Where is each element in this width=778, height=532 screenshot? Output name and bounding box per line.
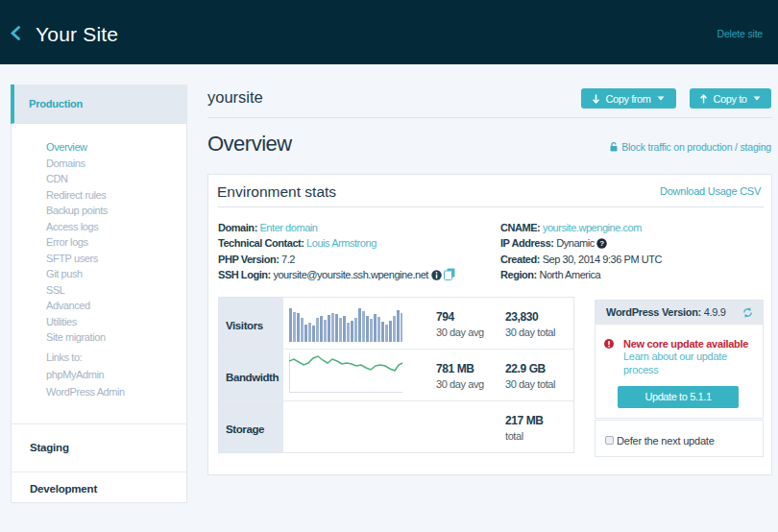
svg-text:?: ? bbox=[600, 240, 605, 249]
